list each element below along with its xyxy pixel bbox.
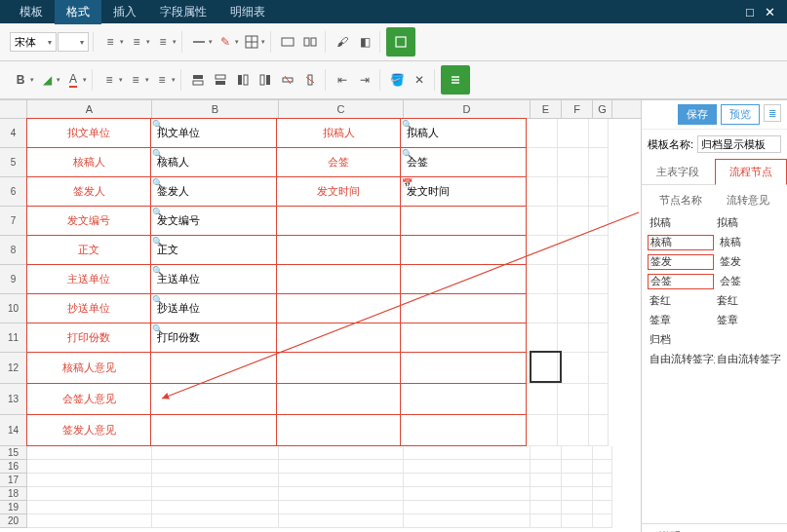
cell-D7[interactable]: [400, 206, 527, 236]
align-left-icon[interactable]: ≡: [99, 31, 121, 53]
cell-F10[interactable]: [558, 294, 589, 323]
cell-G11[interactable]: [589, 323, 609, 353]
col-header-E[interactable]: E: [531, 100, 562, 118]
cell-D10[interactable]: [400, 293, 527, 323]
row-header-12[interactable]: 12: [0, 353, 27, 384]
cell-F15[interactable]: [562, 446, 593, 460]
row-header-20[interactable]: 20: [0, 514, 27, 528]
split-cells-icon[interactable]: [299, 31, 321, 53]
row-header-11[interactable]: 11: [0, 323, 27, 353]
cell-B11[interactable]: 🔍打印份数: [150, 323, 277, 353]
row-header-18[interactable]: 18: [0, 487, 27, 501]
cell-F16[interactable]: [562, 460, 593, 474]
cell-A14[interactable]: 签发人意见: [26, 414, 151, 446]
cell-E17[interactable]: [531, 474, 562, 487]
row-header-5[interactable]: 5: [0, 148, 27, 177]
cell-A5[interactable]: 核稿人: [26, 147, 151, 177]
cell-G16[interactable]: [593, 460, 612, 474]
cell-A12[interactable]: 核稿人意见: [26, 352, 151, 384]
cell-G17[interactable]: [593, 474, 612, 487]
cell-E7[interactable]: [527, 207, 558, 236]
action-green-2-icon[interactable]: [441, 65, 470, 95]
row-header-6[interactable]: 6: [0, 177, 27, 207]
align-center-2-icon[interactable]: ≡: [125, 69, 146, 91]
menu-detail-table[interactable]: 明细表: [218, 0, 277, 24]
cell-E19[interactable]: [531, 501, 562, 514]
cell-D20[interactable]: [404, 514, 531, 528]
cell-D16[interactable]: [404, 460, 531, 474]
cell-F4[interactable]: [558, 119, 589, 148]
cell-E9[interactable]: [527, 265, 558, 294]
cell-E6[interactable]: [527, 177, 558, 207]
cell-D18[interactable]: [404, 487, 531, 501]
cell-D17[interactable]: [404, 474, 531, 487]
cell-G14[interactable]: [589, 415, 609, 446]
side-row-7[interactable]: 自由流转签字意见自由流转签字意见: [648, 350, 781, 369]
cell-C10[interactable]: [276, 293, 401, 323]
cell-F14[interactable]: [558, 415, 589, 446]
col-header-D[interactable]: D: [404, 100, 531, 118]
cell-G5[interactable]: [589, 148, 609, 177]
cell-G8[interactable]: [589, 236, 609, 265]
side-footer-toggle[interactable]: ▶ 说明: [642, 523, 787, 532]
cell-C4[interactable]: 拟稿人: [276, 118, 401, 148]
cell-F12[interactable]: [558, 353, 589, 384]
align-center-icon[interactable]: ≡: [126, 31, 147, 53]
font-family-select[interactable]: 宋体 ▾: [10, 32, 57, 52]
col-header-A[interactable]: A: [27, 100, 152, 118]
cell-A6[interactable]: 签发人: [26, 176, 151, 207]
insert-col-left-icon[interactable]: [232, 69, 254, 91]
row-header-17[interactable]: 17: [0, 474, 27, 487]
cell-A17[interactable]: [27, 474, 152, 487]
cell-A10[interactable]: 抄送单位: [26, 293, 151, 323]
cell-G18[interactable]: [593, 487, 612, 501]
align-right-2-icon[interactable]: ≡: [151, 69, 173, 91]
cell-B17[interactable]: [152, 474, 279, 487]
cell-G15[interactable]: [593, 446, 612, 460]
cell-C8[interactable]: [276, 235, 401, 265]
indent-decrease-icon[interactable]: ⇤: [332, 69, 353, 91]
side-row-5[interactable]: 签章签章: [648, 311, 781, 330]
menu-template[interactable]: 模板: [8, 0, 55, 24]
cell-D8[interactable]: [400, 235, 527, 265]
cell-A11[interactable]: 打印份数: [26, 323, 151, 353]
cell-G12[interactable]: [589, 353, 609, 384]
cell-C12[interactable]: [276, 352, 401, 384]
row-header-4[interactable]: 4: [0, 119, 27, 148]
side-row-3[interactable]: 会签会签: [648, 272, 781, 291]
cell-C9[interactable]: [276, 264, 401, 294]
menu-field-props[interactable]: 字段属性: [148, 0, 218, 24]
cell-B5[interactable]: 🔍核稿人: [150, 147, 277, 177]
cell-C20[interactable]: [279, 514, 404, 528]
cell-G13[interactable]: [589, 384, 609, 415]
col-header-F[interactable]: F: [562, 100, 593, 118]
cell-B7[interactable]: 🔍发文编号: [150, 206, 277, 236]
cell-G9[interactable]: [589, 265, 609, 294]
indent-increase-icon[interactable]: ⇥: [354, 69, 375, 91]
cell-D13[interactable]: [400, 383, 527, 415]
cell-D4[interactable]: 🔍拟稿人: [400, 118, 527, 148]
action-green-1-icon[interactable]: [386, 27, 415, 57]
cell-E18[interactable]: [531, 487, 562, 501]
cell-G7[interactable]: [589, 207, 609, 236]
row-header-13[interactable]: 13: [0, 384, 27, 415]
cell-B10[interactable]: 🔍抄送单位: [150, 293, 277, 323]
cell-B19[interactable]: [152, 501, 279, 514]
format-painter-icon[interactable]: 🖌: [332, 31, 353, 53]
bold-icon[interactable]: B: [10, 69, 31, 91]
cell-B13[interactable]: [150, 383, 277, 415]
cell-F13[interactable]: [558, 384, 589, 415]
row-header-19[interactable]: 19: [0, 501, 27, 514]
tab-main-fields[interactable]: 主表字段: [642, 159, 715, 184]
cell-E15[interactable]: [531, 446, 562, 460]
cell-E14[interactable]: [527, 415, 558, 446]
cell-C6[interactable]: 发文时间: [276, 176, 401, 207]
merge-cells-icon[interactable]: [277, 31, 298, 53]
delete-col-icon[interactable]: [299, 69, 321, 91]
eraser-icon[interactable]: ◧: [354, 31, 375, 53]
spreadsheet[interactable]: ABCDEFG4拟文单位🔍拟文单位拟稿人🔍拟稿人5核稿人🔍核稿人会签🔍会签6签发…: [0, 100, 641, 532]
cell-E20[interactable]: [531, 514, 562, 528]
cell-A16[interactable]: [27, 460, 152, 474]
cell-E16[interactable]: [531, 460, 562, 474]
window-maximize-icon[interactable]: □: [740, 5, 760, 19]
